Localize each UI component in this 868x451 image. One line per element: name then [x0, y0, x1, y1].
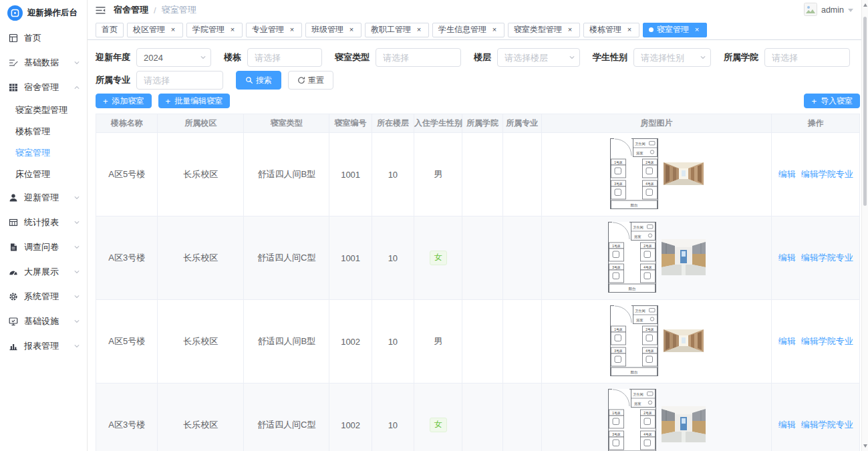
- caret-down-icon: [848, 9, 853, 12]
- tab-item[interactable]: 校区管理×: [127, 23, 183, 37]
- tab-item[interactable]: 班级管理×: [305, 23, 361, 37]
- cell-campus: 长乐校区: [183, 420, 218, 430]
- room-type-select-input[interactable]: [376, 48, 461, 67]
- edit-college-major-link[interactable]: 编辑学院专业: [801, 169, 853, 179]
- scroll-up-arrow[interactable]: [863, 3, 867, 7]
- close-icon[interactable]: ×: [415, 26, 423, 34]
- table-cell: [462, 300, 502, 384]
- tab-item[interactable]: 寝室管理×: [643, 23, 707, 37]
- edit-link[interactable]: 编辑: [778, 336, 796, 346]
- sidebar-item-basic-data[interactable]: 基础数据: [0, 50, 87, 75]
- gender-tag-label: 女: [434, 420, 442, 429]
- table-cell: 男: [414, 300, 462, 384]
- tab-item[interactable]: 学院管理×: [186, 23, 243, 37]
- tab-item[interactable]: 楼栋管理×: [583, 23, 639, 37]
- edit-link[interactable]: 编辑: [778, 420, 796, 430]
- cell-room_no: 1002: [341, 420, 360, 430]
- svg-text:4号床: 4号床: [643, 265, 652, 269]
- breadcrumb-item[interactable]: 宿舍管理: [114, 4, 148, 16]
- chevron-down-icon: [74, 293, 80, 300]
- table-cell: A区5号楼: [96, 300, 158, 384]
- tab-item[interactable]: 教职工管理×: [365, 23, 429, 37]
- close-icon[interactable]: ×: [490, 26, 498, 34]
- batch-edit-room-button[interactable]: + 批量编辑寝室: [158, 94, 231, 108]
- sidebar-item-home[interactable]: 首页: [0, 25, 87, 50]
- logo-icon: [7, 5, 23, 21]
- sidebar-subitem[interactable]: 寝室管理: [0, 142, 87, 164]
- room-layout-diagram[interactable]: 卫生间浴室1号床2号床3号床4号床阳台: [608, 222, 656, 295]
- close-icon[interactable]: ×: [693, 26, 701, 34]
- sidebar-subitem[interactable]: 床位管理: [0, 164, 87, 185]
- room-layout-svg: 卫生间浴室1号床2号床3号床4号床阳台: [610, 305, 658, 376]
- edit-link[interactable]: 编辑: [778, 253, 796, 263]
- column-header: 房型图片: [541, 114, 772, 133]
- tab-item[interactable]: 寝室类型管理×: [508, 23, 580, 37]
- edit-college-major-link[interactable]: 编辑学院专业: [801, 420, 853, 430]
- floor-select-input[interactable]: [497, 48, 580, 67]
- edit-college-major-link[interactable]: 编辑学院专业: [801, 336, 853, 346]
- tab-item[interactable]: 首页: [96, 23, 124, 37]
- facility-icon: [9, 316, 19, 326]
- column-header: 所在楼层: [372, 114, 414, 133]
- table-cell: 长乐校区: [158, 216, 244, 300]
- sidebar-item-stats-report[interactable]: 统计报表: [0, 210, 87, 235]
- table-cell: 编辑编辑学院专业: [772, 133, 860, 216]
- chevron-down-icon: [74, 59, 80, 66]
- sidebar-item-infrastructure[interactable]: 基础设施: [0, 309, 87, 333]
- sidebar-subitem[interactable]: 楼栋管理: [0, 121, 87, 142]
- room-photo[interactable]: [664, 162, 704, 187]
- gender-select-input[interactable]: [633, 48, 711, 67]
- svg-text:3号床: 3号床: [612, 432, 620, 436]
- page-scrollbar[interactable]: [861, 0, 868, 451]
- room-photo[interactable]: [664, 329, 704, 354]
- tab-item[interactable]: 专业管理×: [246, 23, 302, 37]
- breadcrumb-item-current: 寝室管理: [162, 4, 196, 16]
- sidebar-subitem[interactable]: 寝室类型管理: [0, 100, 87, 121]
- edit-link[interactable]: 编辑: [778, 169, 796, 179]
- batch-edit-button-label: 批量编辑寝室: [174, 96, 223, 107]
- cell-floor: 10: [388, 337, 398, 347]
- close-icon[interactable]: ×: [229, 26, 237, 34]
- tab-label: 教职工管理: [371, 24, 411, 35]
- add-room-button[interactable]: + 添加寝室: [96, 94, 152, 108]
- close-icon[interactable]: ×: [566, 26, 574, 34]
- import-room-button[interactable]: + 导入寝室: [804, 94, 860, 108]
- svg-text:卫生间: 卫生间: [633, 392, 643, 397]
- svg-text:2号床: 2号床: [643, 243, 652, 247]
- close-icon[interactable]: ×: [347, 26, 355, 34]
- room-photo[interactable]: [662, 406, 706, 444]
- room-photo[interactable]: [662, 239, 706, 277]
- room-layout-diagram[interactable]: 卫生间浴室1号床2号床3号床4号床阳台: [610, 138, 658, 211]
- table-cell: 1001: [329, 216, 372, 300]
- sidebar-item-label: 首页: [24, 32, 41, 44]
- hamburger-icon[interactable]: [96, 6, 106, 15]
- room-table: 楼栋名称所属校区寝室类型寝室编号所在楼层入住学生性别所属学院所属专业房型图片操作…: [96, 114, 860, 451]
- year-select-input[interactable]: [136, 48, 211, 67]
- tab-item[interactable]: 学生信息管理×: [432, 23, 504, 37]
- room-layout-diagram[interactable]: 卫生间浴室1号床2号床3号床4号床阳台: [608, 389, 656, 451]
- breadcrumb: 宿舍管理 / 寝室管理: [114, 4, 196, 16]
- sidebar-item-big-screen[interactable]: 大屏展示: [0, 259, 87, 284]
- user-menu[interactable]: admin: [804, 3, 853, 18]
- sidebar-item-welcome-mgmt[interactable]: 迎新管理: [0, 185, 87, 210]
- sidebar-item-dorm-mgmt[interactable]: 宿舍管理: [0, 75, 87, 100]
- reset-button[interactable]: 重置: [288, 71, 333, 90]
- scrollbar-thumb[interactable]: [863, 17, 867, 206]
- close-icon[interactable]: ×: [169, 26, 177, 34]
- svg-text:卫生间: 卫生间: [633, 225, 643, 230]
- scroll-down-arrow[interactable]: [863, 444, 867, 448]
- cell-room_type: 舒适四人间B型: [257, 169, 315, 179]
- sidebar-item-system-mgmt[interactable]: 系统管理: [0, 284, 87, 309]
- major-select-input[interactable]: [136, 71, 223, 90]
- filter-row-2: 所属专业 搜索 重置: [96, 71, 860, 90]
- edit-college-major-link[interactable]: 编辑学院专业: [801, 253, 853, 263]
- room-layout-diagram[interactable]: 卫生间浴室1号床2号床3号床4号床阳台: [610, 305, 658, 378]
- college-select-input[interactable]: [764, 48, 850, 67]
- close-icon[interactable]: ×: [625, 26, 633, 34]
- building-select-input[interactable]: [247, 48, 322, 67]
- sidebar-item-survey[interactable]: 调查问卷: [0, 235, 87, 259]
- search-button[interactable]: 搜索: [236, 71, 281, 90]
- sidebar-item-report-mgmt[interactable]: 报表管理: [0, 333, 87, 358]
- close-icon[interactable]: ×: [288, 26, 296, 34]
- floor-select: [497, 48, 580, 67]
